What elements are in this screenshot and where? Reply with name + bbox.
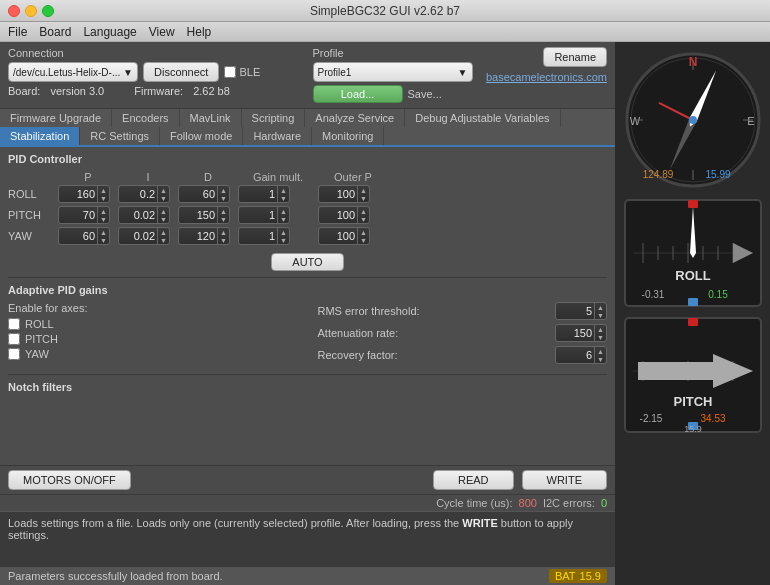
rec-down[interactable]: ▼: [595, 355, 606, 363]
recovery-input[interactable]: ▲ ▼: [555, 346, 607, 364]
tab-hardware[interactable]: Hardware: [243, 127, 312, 145]
pid-roll-i-input[interactable]: ▲ ▼: [118, 185, 170, 203]
disconnect-button[interactable]: Disconnect: [143, 62, 219, 82]
tab-follow-mode[interactable]: Follow mode: [160, 127, 243, 145]
auto-button[interactable]: AUTO: [271, 253, 343, 271]
pid-yaw-p-value[interactable]: [59, 230, 97, 242]
pid-roll-p-input[interactable]: ▲ ▼: [58, 185, 110, 203]
tab-rc-settings[interactable]: RC Settings: [80, 127, 160, 145]
pid-roll-p-down[interactable]: ▼: [98, 194, 109, 202]
tab-mavlink[interactable]: MavLink: [180, 109, 242, 127]
pid-roll-i-down[interactable]: ▼: [158, 194, 169, 202]
pid-roll-outer-up[interactable]: ▲: [358, 186, 369, 194]
pid-pitch-gain-value[interactable]: [239, 209, 277, 221]
pid-yaw-i-input[interactable]: ▲ ▼: [118, 227, 170, 245]
rec-up[interactable]: ▲: [595, 347, 606, 355]
pid-yaw-d-input[interactable]: ▲ ▼: [178, 227, 230, 245]
pid-roll-gain-value[interactable]: [239, 188, 277, 200]
pid-yaw-gain-input[interactable]: ▲ ▼: [238, 227, 290, 245]
maximize-button[interactable]: [42, 5, 54, 17]
connection-section: Connection /dev/cu.Letus-Helix-D-... ▼ D…: [8, 47, 303, 103]
tab-scripting[interactable]: Scripting: [242, 109, 306, 127]
pid-roll-gain-down[interactable]: ▼: [278, 194, 289, 202]
write-button[interactable]: WRITE: [522, 470, 607, 490]
attenuation-label: Attenuation rate:: [318, 327, 551, 339]
profile-section: Profile Profile1 ▼ Load... Save...: [313, 47, 608, 103]
ble-checkbox[interactable]: [224, 66, 236, 78]
rms-down[interactable]: ▼: [595, 311, 606, 319]
svg-text:15.99: 15.99: [705, 169, 730, 180]
pid-roll-p-up[interactable]: ▲: [98, 186, 109, 194]
pid-roll-i-up[interactable]: ▲: [158, 186, 169, 194]
load-button[interactable]: Load...: [313, 85, 403, 103]
pid-roll-outer-input[interactable]: ▲ ▼: [318, 185, 370, 203]
tab-stabilization[interactable]: Stabilization: [0, 127, 80, 145]
svg-text:PITCH: PITCH: [673, 394, 712, 409]
pid-pitch-i-input[interactable]: ▲ ▼: [118, 206, 170, 224]
pid-roll-gain-up[interactable]: ▲: [278, 186, 289, 194]
pid-pitch-p-input[interactable]: ▲ ▼: [58, 206, 110, 224]
pid-pitch-i-value[interactable]: [119, 209, 157, 221]
svg-text:-0.31: -0.31: [641, 289, 664, 300]
pid-pitch-gain-input[interactable]: ▲ ▼: [238, 206, 290, 224]
close-button[interactable]: [8, 5, 20, 17]
tab-monitoring[interactable]: Monitoring: [312, 127, 384, 145]
pid-yaw-outer-value[interactable]: [319, 230, 357, 242]
port-select[interactable]: /dev/cu.Letus-Helix-D-... ▼: [8, 62, 138, 82]
recovery-value[interactable]: [556, 349, 594, 361]
connection-title: Connection: [8, 47, 303, 59]
pid-roll-i-value[interactable]: [119, 188, 157, 200]
read-button[interactable]: READ: [433, 470, 514, 490]
pid-roll-p-value[interactable]: [59, 188, 97, 200]
menu-view[interactable]: View: [149, 25, 175, 39]
pitch-checkbox[interactable]: [8, 333, 20, 345]
cycle-label: Cycle time (us):: [436, 497, 512, 509]
pid-roll-outer-value[interactable]: [319, 188, 357, 200]
tabs-upper-row: Firmware Upgrade Encoders MavLink Script…: [0, 109, 615, 127]
attenuation-input[interactable]: ▲ ▼: [555, 324, 607, 342]
pid-roll-d-down[interactable]: ▼: [218, 194, 229, 202]
rms-value[interactable]: [556, 305, 594, 317]
pid-col-d: D: [178, 171, 238, 183]
tab-firmware-upgrade[interactable]: Firmware Upgrade: [0, 109, 112, 127]
tab-encoders[interactable]: Encoders: [112, 109, 179, 127]
pid-pitch-p-value[interactable]: [59, 209, 97, 221]
pid-roll-gain-input[interactable]: ▲ ▼: [238, 185, 290, 203]
pid-pitch-outer-input[interactable]: ▲ ▼: [318, 206, 370, 224]
pid-roll-outer-down[interactable]: ▼: [358, 194, 369, 202]
pid-roll-d-value[interactable]: [179, 188, 217, 200]
menu-help[interactable]: Help: [187, 25, 212, 39]
rms-input[interactable]: ▲ ▼: [555, 302, 607, 320]
tab-debug[interactable]: Debug Adjustable Variables: [405, 109, 560, 127]
rms-up[interactable]: ▲: [595, 303, 606, 311]
pid-roll-d-up[interactable]: ▲: [218, 186, 229, 194]
roll-checkbox[interactable]: [8, 318, 20, 330]
tab-analyze[interactable]: Analyze Service: [305, 109, 405, 127]
menu-file[interactable]: File: [8, 25, 27, 39]
minimize-button[interactable]: [25, 5, 37, 17]
pid-roll-d-input[interactable]: ▲ ▼: [178, 185, 230, 203]
compass-gauge: N E W 124.89 15.99: [623, 50, 763, 192]
pid-yaw-outer-input[interactable]: ▲ ▼: [318, 227, 370, 245]
pid-yaw-d-value[interactable]: [179, 230, 217, 242]
menu-language[interactable]: Language: [83, 25, 136, 39]
rename-button[interactable]: Rename: [543, 47, 607, 67]
att-down[interactable]: ▼: [595, 333, 606, 341]
bat-indicator: BAT 15.9: [549, 569, 607, 583]
pid-pitch-d-value[interactable]: [179, 209, 217, 221]
yaw-checkbox[interactable]: [8, 348, 20, 360]
svg-text:W: W: [629, 115, 640, 127]
menu-board[interactable]: Board: [39, 25, 71, 39]
board-value: version 3.0: [50, 85, 104, 97]
basecam-link[interactable]: basecamelectronics.com: [486, 71, 607, 83]
profile-select[interactable]: Profile1 ▼: [313, 62, 473, 82]
save-button[interactable]: Save...: [408, 88, 442, 100]
pid-yaw-p-input[interactable]: ▲ ▼: [58, 227, 110, 245]
motors-button[interactable]: MOTORS ON/OFF: [8, 470, 131, 490]
pid-pitch-outer-value[interactable]: [319, 209, 357, 221]
pid-yaw-gain-value[interactable]: [239, 230, 277, 242]
pid-yaw-i-value[interactable]: [119, 230, 157, 242]
pid-pitch-d-input[interactable]: ▲ ▼: [178, 206, 230, 224]
att-up[interactable]: ▲: [595, 325, 606, 333]
attenuation-value[interactable]: [556, 327, 594, 339]
